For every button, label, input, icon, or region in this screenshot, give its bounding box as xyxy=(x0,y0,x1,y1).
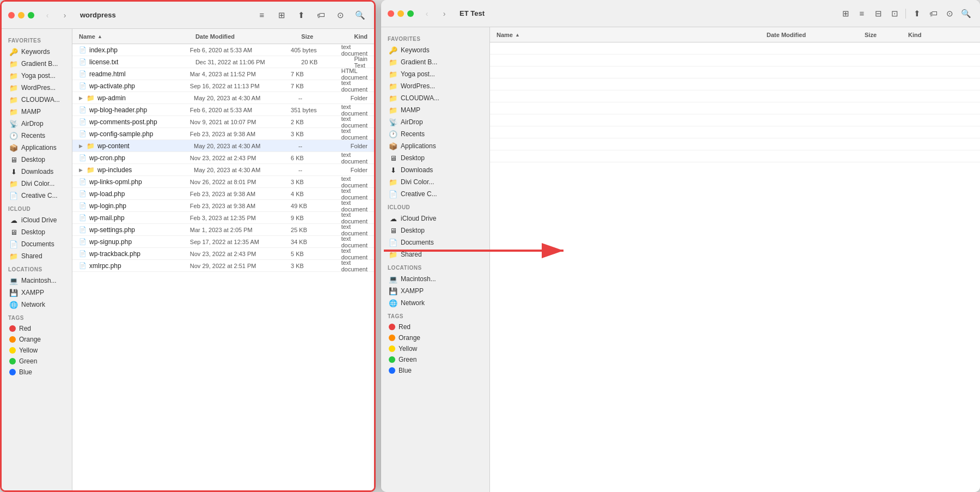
right-list-view-icon[interactable]: ≡ xyxy=(854,6,869,21)
file-row-index-php[interactable]: 📄 index.php Feb 6, 2020 at 5:33 AM 405 b… xyxy=(72,44,374,56)
maximize-button[interactable] xyxy=(28,12,34,19)
file-row-wp-config-sample[interactable]: 📄 wp-config-sample.php Feb 23, 2023 at 9… xyxy=(72,128,374,140)
sidebar-item-icloud-drive[interactable]: ☁ iCloud Drive xyxy=(4,214,70,226)
file-row-wp-login[interactable]: 📄 wp-login.php Feb 23, 2023 at 9:38 AM 4… xyxy=(72,200,374,212)
file-row-wp-load[interactable]: 📄 wp-load.php Feb 23, 2023 at 9:38 AM 4 … xyxy=(72,188,374,200)
sidebar-item-wordpress[interactable]: 📁 WordPres... xyxy=(4,82,70,94)
sidebar-item-applications[interactable]: 📦 Applications xyxy=(4,142,70,154)
right-sidebar-tag-green[interactable]: Green xyxy=(383,354,487,365)
file-row-wp-signup[interactable]: 📄 wp-signup.php Sep 17, 2022 at 12:35 AM… xyxy=(72,236,374,248)
forward-button[interactable]: › xyxy=(59,9,71,21)
file-row-wp-blog-header[interactable]: 📄 wp-blog-header.php Feb 6, 2020 at 5:33… xyxy=(72,104,374,116)
sidebar-item-tag-green[interactable]: Green xyxy=(4,356,70,367)
sidebar-item-network[interactable]: 🌐 Network xyxy=(4,299,70,311)
right-sidebar-airdrop[interactable]: 📡 AirDrop xyxy=(383,116,487,128)
right-sidebar-wordpress[interactable]: 📁 WordPres... xyxy=(383,80,487,92)
right-sidebar-divi-color[interactable]: 📁 Divi Color... xyxy=(383,176,487,188)
sidebar-item-mamp[interactable]: 📁 MAMP xyxy=(4,106,70,118)
sidebar-item-tag-blue[interactable]: Blue xyxy=(4,367,70,378)
minimize-button[interactable] xyxy=(18,12,24,19)
right-sidebar-macintosh[interactable]: 💻 Macintosh... xyxy=(383,273,487,285)
file-row-wp-activate[interactable]: 📄 wp-activate.php Sep 16, 2022 at 11:13 … xyxy=(72,80,374,92)
file-row-wp-cron[interactable]: 📄 wp-cron.php Nov 23, 2022 at 2:43 PM 6 … xyxy=(72,152,374,164)
right-sidebar-mamp[interactable]: 📁 MAMP xyxy=(383,104,487,116)
tag-icon[interactable]: 🏷 xyxy=(313,8,328,23)
close-button[interactable] xyxy=(8,12,15,19)
sidebar-item-recents[interactable]: 🕐 Recents xyxy=(4,130,70,142)
right-sidebar-tag-yellow[interactable]: Yellow xyxy=(383,343,487,354)
file-row-wp-includes[interactable]: ▶ 📁 wp-includes May 20, 2023 at 4:30 AM … xyxy=(72,164,374,176)
right-column-view-icon[interactable]: ⊟ xyxy=(871,6,886,21)
right-close-button[interactable] xyxy=(388,10,394,17)
sidebar-item-shared[interactable]: 📁 Shared xyxy=(4,250,70,262)
sidebar-item-downloads[interactable]: ⬇ Downloads xyxy=(4,166,70,178)
sidebar-item-airdrop[interactable]: 📡 AirDrop xyxy=(4,118,70,130)
right-forward-button[interactable]: › xyxy=(438,8,450,20)
search-icon[interactable]: 🔍 xyxy=(352,8,367,23)
right-sidebar-tag-orange[interactable]: Orange xyxy=(383,332,487,343)
sidebar-item-macintosh[interactable]: 💻 Macintosh... xyxy=(4,275,70,287)
right-keywords-label: Keywords xyxy=(401,46,430,54)
file-row-wp-trackback[interactable]: 📄 wp-trackback.php Nov 23, 2022 at 2:43 … xyxy=(72,248,374,260)
sidebar-item-yoga-post[interactable]: 📁 Yoga post... xyxy=(4,70,70,82)
file-row-wp-comments[interactable]: 📄 wp-comments-post.php Nov 9, 2021 at 10… xyxy=(72,116,374,128)
sidebar-item-xampp[interactable]: 💾 XAMPP xyxy=(4,287,70,299)
sidebar-item-creative-c[interactable]: 📄 Creative C... xyxy=(4,190,70,202)
sidebar-item-tag-yellow[interactable]: Yellow xyxy=(4,345,70,356)
sidebar-item-tag-orange[interactable]: Orange xyxy=(4,334,70,345)
cloudwa-icon: 📁 xyxy=(9,95,18,104)
sidebar-item-documents[interactable]: 📄 Documents xyxy=(4,238,70,250)
more-icon[interactable]: ⊙ xyxy=(333,8,348,23)
right-sidebar-gradient-b[interactable]: 📁 Gradient B... xyxy=(383,56,487,68)
empty-row-4 xyxy=(490,78,980,90)
right-icon-view-icon[interactable]: ⊞ xyxy=(838,6,853,21)
sidebar-item-keywords[interactable]: 🔑 Keywords xyxy=(4,46,70,58)
sidebar-item-desktop[interactable]: 🖥 Desktop xyxy=(4,154,70,166)
file-row-wp-settings[interactable]: 📄 wp-settings.php Mar 1, 2023 at 2:05 PM… xyxy=(72,224,374,236)
right-search-icon[interactable]: 🔍 xyxy=(958,6,973,21)
right-more-icon[interactable]: ⊙ xyxy=(942,6,957,21)
back-button[interactable]: ‹ xyxy=(41,9,53,21)
sidebar-item-cloudwa[interactable]: 📁 CLOUDWA... xyxy=(4,94,70,106)
right-sidebar-keywords[interactable]: 🔑 Keywords xyxy=(383,44,487,56)
right-back-button[interactable]: ‹ xyxy=(421,8,433,20)
file-row-readme[interactable]: 📄 readme.html Mar 4, 2023 at 11:52 PM 7 … xyxy=(72,68,374,80)
right-sidebar-cloudwa[interactable]: 📁 CLOUDWA... xyxy=(383,92,487,104)
file-row-wp-admin[interactable]: ▶ 📁 wp-admin May 20, 2023 at 4:30 AM -- … xyxy=(72,92,374,104)
file-row-wp-links[interactable]: 📄 wp-links-opml.php Nov 26, 2022 at 8:01… xyxy=(72,176,374,188)
right-yellow-label: Yellow xyxy=(399,345,417,353)
right-sidebar-icloud-drive[interactable]: ☁ iCloud Drive xyxy=(383,212,487,224)
right-sidebar-applications[interactable]: 📦 Applications xyxy=(383,140,487,152)
grid-view-icon[interactable]: ⊞ xyxy=(274,8,289,23)
recents-icon: 🕐 xyxy=(9,131,18,140)
sidebar-item-tag-red[interactable]: Red xyxy=(4,323,70,334)
right-maximize-button[interactable] xyxy=(407,10,414,17)
file-row-xmlrpc[interactable]: 📄 xmlrpc.php Nov 29, 2022 at 2:51 PM 3 K… xyxy=(72,260,374,272)
right-sidebar-xampp[interactable]: 💾 XAMPP xyxy=(383,285,487,297)
sidebar-item-desktop-ic[interactable]: 🖥 Desktop xyxy=(4,226,70,238)
right-sidebar-desktop[interactable]: 🖥 Desktop xyxy=(383,152,487,164)
right-sidebar-yoga-post[interactable]: 📁 Yoga post... xyxy=(383,68,487,80)
list-view-icon[interactable]: ≡ xyxy=(254,8,270,23)
right-share-icon[interactable]: ⬆ xyxy=(909,6,924,21)
right-gallery-view-icon[interactable]: ⊡ xyxy=(887,6,902,21)
right-tag-icon[interactable]: 🏷 xyxy=(926,6,941,21)
share-icon[interactable]: ⬆ xyxy=(293,8,309,23)
desktop-ic-icon: 🖥 xyxy=(9,228,18,236)
left-file-list[interactable]: Name ▲ Date Modified Size Kind 📄 index.p… xyxy=(72,29,374,490)
macintosh-label: Macintosh... xyxy=(21,277,57,284)
right-minimize-button[interactable] xyxy=(397,10,404,17)
sidebar-item-divi-color[interactable]: 📁 Divi Color... xyxy=(4,178,70,190)
right-sidebar-recents[interactable]: 🕐 Recents xyxy=(383,128,487,140)
right-sidebar-downloads[interactable]: ⬇ Downloads xyxy=(383,164,487,176)
file-row-wp-mail[interactable]: 📄 wp-mail.php Feb 3, 2023 at 12:35 PM 9 … xyxy=(72,212,374,224)
right-sidebar-tag-red[interactable]: Red xyxy=(383,321,487,332)
right-sidebar-creative-c[interactable]: 📄 Creative C... xyxy=(383,188,487,200)
right-cloudwa-icon: 📁 xyxy=(389,94,397,102)
right-sidebar-tag-blue[interactable]: Blue xyxy=(383,365,487,376)
right-divi-color-label: Divi Color... xyxy=(401,178,434,186)
file-row-wp-content[interactable]: ▶ 📁 wp-content May 20, 2023 at 4:30 AM -… xyxy=(72,140,374,152)
right-sidebar-network[interactable]: 🌐 Network xyxy=(383,297,487,309)
file-row-license[interactable]: 📄 license.txt Dec 31, 2022 at 11:06 PM 2… xyxy=(72,56,374,68)
sidebar-item-gradient-b[interactable]: 📁 Gradient B... xyxy=(4,58,70,70)
